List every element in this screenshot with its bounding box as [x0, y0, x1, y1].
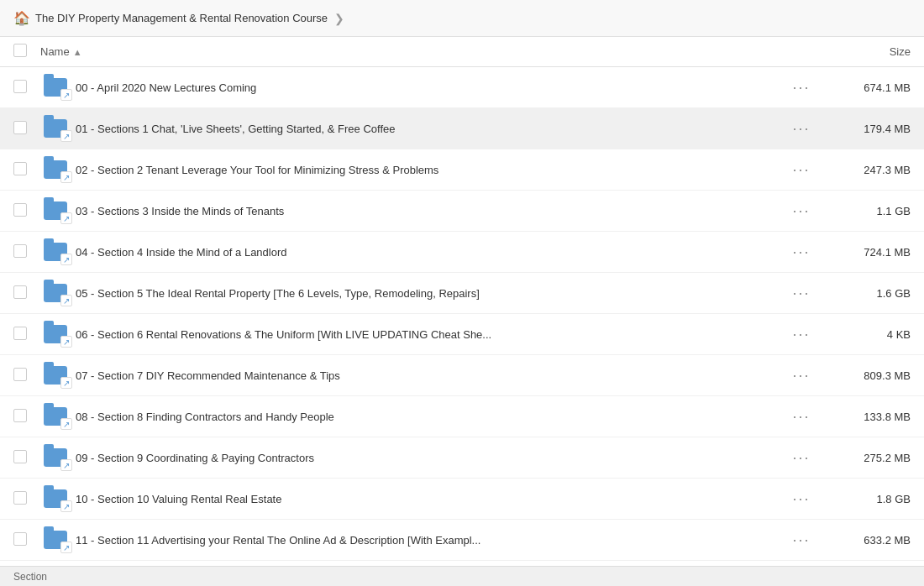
- table-row[interactable]: ↗ 10 - Section 10 Valuing Rental Real Es…: [0, 479, 924, 520]
- row-filename: 02 - Section 2 Tenant Leverage Your Tool…: [71, 164, 776, 176]
- row-more-button[interactable]: ···: [787, 77, 815, 98]
- row-actions: ···: [776, 283, 827, 304]
- file-list: ↗ 00 - April 2020 New Lectures Coming ··…: [0, 67, 924, 561]
- row-more-button[interactable]: ···: [787, 160, 815, 181]
- row-size: 724.1 MB: [827, 246, 911, 259]
- name-column-header[interactable]: Name ▲: [40, 45, 827, 58]
- header-checkbox-col: [13, 44, 40, 60]
- status-text: Section: [13, 571, 47, 583]
- row-more-button[interactable]: ···: [787, 406, 815, 427]
- table-row[interactable]: ↗ 01 - Sections 1 Chat, 'Live Sheets', G…: [0, 108, 924, 149]
- row-filename: 00 - April 2020 New Lectures Coming: [71, 81, 776, 94]
- row-more-button[interactable]: ···: [787, 201, 815, 222]
- folder-icon: ↗: [40, 240, 71, 264]
- row-more-button[interactable]: ···: [787, 530, 815, 551]
- row-size: 809.3 MB: [827, 369, 911, 382]
- row-actions: ···: [776, 530, 827, 551]
- row-size: 247.3 MB: [827, 164, 911, 176]
- row-checkbox[interactable]: [13, 244, 27, 258]
- folder-icon: ↗: [40, 487, 71, 510]
- folder-export-arrow-icon: ↗: [60, 542, 72, 553]
- table-row[interactable]: ↗ 02 - Section 2 Tenant Leverage Your To…: [0, 149, 924, 191]
- folder-export-arrow-icon: ↗: [60, 418, 72, 430]
- folder-icon: ↗: [40, 322, 71, 346]
- row-more-button[interactable]: ···: [787, 324, 815, 345]
- row-more-button[interactable]: ···: [787, 118, 815, 139]
- folder-icon: ↗: [40, 117, 71, 140]
- folder-export-arrow-icon: ↗: [60, 295, 72, 306]
- row-size: 674.1 MB: [827, 81, 911, 94]
- row-actions: ···: [776, 201, 827, 222]
- row-checkbox-col: [13, 162, 40, 178]
- status-bar: Section: [0, 566, 924, 586]
- breadcrumb-arrow-icon: ❯: [334, 12, 344, 25]
- row-checkbox-col: [13, 491, 40, 507]
- table-row[interactable]: ↗ 00 - April 2020 New Lectures Coming ··…: [0, 67, 924, 108]
- folder-icon: ↗: [40, 281, 71, 305]
- table-row[interactable]: ↗ 06 - Section 6 Rental Renovations & Th…: [0, 314, 924, 355]
- table-row[interactable]: ↗ 08 - Section 8 Finding Contractors and…: [0, 396, 924, 437]
- row-checkbox[interactable]: [13, 491, 27, 505]
- row-filename: 04 - Section 4 Inside the Mind of a Land…: [71, 246, 776, 259]
- breadcrumb-title: The DIY Property Management & Rental Ren…: [35, 12, 328, 24]
- table-row[interactable]: ↗ 05 - Section 5 The Ideal Rental Proper…: [0, 273, 924, 314]
- row-checkbox[interactable]: [13, 450, 27, 463]
- select-all-checkbox[interactable]: [13, 44, 27, 57]
- row-checkbox[interactable]: [13, 532, 27, 546]
- row-size: 179.4 MB: [827, 123, 911, 135]
- row-checkbox[interactable]: [13, 162, 27, 175]
- row-checkbox-col: [13, 244, 40, 260]
- folder-export-arrow-icon: ↗: [60, 336, 72, 348]
- row-checkbox[interactable]: [13, 409, 27, 422]
- name-column-label: Name: [40, 45, 70, 58]
- row-checkbox[interactable]: [13, 80, 27, 93]
- folder-export-arrow-icon: ↗: [60, 254, 72, 265]
- row-actions: ···: [776, 489, 827, 510]
- row-more-button[interactable]: ···: [787, 283, 815, 304]
- folder-icon: ↗: [40, 76, 71, 99]
- folder-export-arrow-icon: ↗: [60, 212, 72, 224]
- row-more-button[interactable]: ···: [787, 489, 815, 510]
- row-checkbox-col: [13, 409, 40, 425]
- row-checkbox[interactable]: [13, 327, 27, 340]
- breadcrumb: 🏠 The DIY Property Management & Rental R…: [0, 0, 924, 37]
- row-checkbox[interactable]: [13, 368, 27, 381]
- row-checkbox[interactable]: [13, 203, 27, 217]
- row-filename: 10 - Section 10 Valuing Rental Real Esta…: [71, 493, 776, 505]
- row-checkbox-col: [13, 80, 40, 96]
- folder-icon: ↗: [40, 364, 71, 387]
- folder-export-arrow-icon: ↗: [60, 89, 72, 101]
- folder-icon: ↗: [40, 528, 71, 552]
- row-actions: ···: [776, 118, 827, 139]
- folder-export-arrow-icon: ↗: [60, 459, 72, 471]
- table-row[interactable]: ↗ 04 - Section 4 Inside the Mind of a La…: [0, 232, 924, 273]
- row-more-button[interactable]: ···: [787, 365, 815, 386]
- row-checkbox-col: [13, 285, 40, 301]
- row-actions: ···: [776, 160, 827, 181]
- row-more-button[interactable]: ···: [787, 447, 815, 468]
- row-checkbox[interactable]: [13, 285, 27, 299]
- row-filename: 01 - Sections 1 Chat, 'Live Sheets', Get…: [71, 123, 776, 135]
- row-filename: 05 - Section 5 The Ideal Rental Property…: [71, 287, 776, 300]
- row-checkbox-col: [13, 368, 40, 384]
- table-row[interactable]: ↗ 07 - Section 7 DIY Recommended Mainten…: [0, 355, 924, 396]
- table-header: Name ▲ Size: [0, 37, 924, 67]
- row-filename: 09 - Section 9 Coordinating & Paying Con…: [71, 452, 776, 464]
- folder-icon: ↗: [40, 158, 71, 181]
- size-column-header[interactable]: Size: [827, 45, 911, 58]
- table-row[interactable]: ↗ 09 - Section 9 Coordinating & Paying C…: [0, 437, 924, 479]
- row-size: 275.2 MB: [827, 452, 911, 464]
- row-size: 633.2 MB: [827, 534, 911, 547]
- folder-export-arrow-icon: ↗: [60, 377, 72, 389]
- folder-export-arrow-icon: ↗: [60, 130, 72, 142]
- row-size: 1.1 GB: [827, 205, 911, 217]
- folder-icon: ↗: [40, 446, 71, 469]
- table-row[interactable]: ↗ 03 - Sections 3 Inside the Minds of Te…: [0, 191, 924, 232]
- row-filename: 03 - Sections 3 Inside the Minds of Tena…: [71, 205, 776, 217]
- row-size: 133.8 MB: [827, 411, 911, 423]
- table-row[interactable]: ↗ 11 - Section 11 Advertising your Renta…: [0, 520, 924, 561]
- folder-icon: ↗: [40, 199, 71, 222]
- row-more-button[interactable]: ···: [787, 242, 815, 263]
- row-size: 4 KB: [827, 328, 911, 341]
- row-checkbox[interactable]: [13, 121, 27, 134]
